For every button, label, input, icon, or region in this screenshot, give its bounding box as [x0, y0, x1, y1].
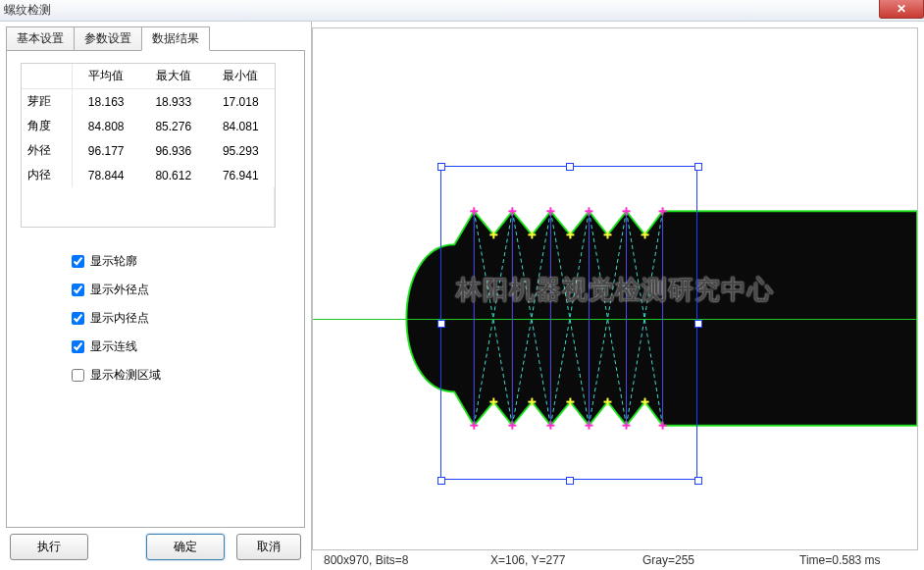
cell-avg: 96.177 — [72, 138, 139, 163]
right-panel: 林阳机器视觉检测研究中心 800x970, Bits=8 X=106, Y=27… — [312, 22, 924, 570]
cell-max: 80.612 — [140, 163, 207, 187]
cell-avg: 84.808 — [72, 114, 139, 138]
check-contour[interactable]: 显示轮廓 — [72, 253, 294, 270]
status-dimensions: 800x970, Bits=8 — [318, 553, 485, 567]
tab-result[interactable]: 数据结果 — [141, 26, 210, 51]
check-outer_pts[interactable]: 显示外径点 — [72, 282, 294, 298]
tab-basic[interactable]: 基本设置 — [6, 26, 75, 51]
window-title: 螺纹检测 — [4, 2, 51, 19]
checkbox-contour[interactable] — [72, 255, 84, 268]
cancel-button[interactable]: 取消 — [236, 534, 301, 560]
roi-handle[interactable] — [694, 163, 702, 171]
roi-handle[interactable] — [437, 163, 445, 171]
table-row: 芽距18.16318.93317.018 — [22, 89, 275, 115]
col-avg: 平均值 — [72, 64, 139, 89]
cell-min: 84.081 — [207, 114, 275, 138]
roi-handle[interactable] — [694, 320, 702, 328]
cell-avg: 18.163 — [72, 89, 139, 115]
cell-name: 内径 — [22, 163, 72, 187]
title-bar: 螺纹检测 ✕ — [0, 0, 924, 22]
display-options: 显示轮廓显示外径点显示内径点显示连线显示检测区域 — [72, 253, 294, 384]
cell-max: 96.936 — [140, 138, 207, 163]
left-panel: 基本设置 参数设置 数据结果 平均值 最大值 最小值 芽距18.16318.93… — [0, 22, 312, 570]
check-label: 显示连线 — [90, 338, 137, 355]
roi-handle[interactable] — [566, 163, 574, 171]
cell-max: 18.933 — [140, 89, 207, 115]
execute-button[interactable]: 执行 — [10, 534, 88, 560]
close-button[interactable]: ✕ — [879, 0, 924, 19]
cell-name: 外径 — [22, 138, 72, 163]
status-xy: X=106, Y=277 — [485, 553, 637, 567]
check-label: 显示轮廓 — [90, 253, 137, 270]
table-row: 角度84.80885.27684.081 — [22, 114, 275, 138]
check-label: 显示内径点 — [90, 310, 149, 327]
status-gray: Gray=255 — [637, 553, 794, 567]
check-roi[interactable]: 显示检测区域 — [72, 367, 294, 384]
checkbox-lines[interactable] — [72, 340, 84, 353]
check-label: 显示外径点 — [90, 282, 149, 298]
status-time: Time=0.583 ms — [794, 553, 918, 567]
cell-name: 角度 — [22, 114, 72, 138]
tab-param[interactable]: 参数设置 — [74, 26, 142, 51]
tab-content-result: 平均值 最大值 最小值 芽距18.16318.93317.018角度84.808… — [6, 50, 305, 528]
ok-button[interactable]: 确定 — [146, 534, 225, 560]
checkbox-roi[interactable] — [72, 369, 84, 382]
table-row: 外径96.17796.93695.293 — [22, 138, 275, 163]
tab-strip: 基本设置 参数设置 数据结果 — [6, 26, 311, 51]
checkbox-inner_pts[interactable] — [72, 312, 84, 325]
checkbox-outer_pts[interactable] — [72, 284, 84, 296]
col-min: 最小值 — [207, 64, 275, 89]
button-row: 执行 确定 取消 — [0, 528, 311, 566]
roi-handle[interactable] — [437, 477, 445, 485]
col-max: 最大值 — [140, 64, 207, 89]
roi-handle[interactable] — [437, 320, 445, 328]
close-icon: ✕ — [897, 2, 906, 16]
cell-max: 85.276 — [140, 114, 207, 138]
table-row: 内径78.84480.61276.941 — [22, 163, 275, 187]
status-bar: 800x970, Bits=8 X=106, Y=277 Gray=255 Ti… — [312, 550, 924, 570]
roi-handle[interactable] — [694, 477, 702, 485]
roi-rectangle[interactable] — [440, 166, 697, 480]
cell-min: 95.293 — [207, 138, 275, 163]
check-label: 显示检测区域 — [90, 367, 161, 384]
cell-min: 76.941 — [207, 163, 275, 187]
check-inner_pts[interactable]: 显示内径点 — [72, 310, 294, 327]
cell-name: 芽距 — [22, 89, 72, 115]
result-table: 平均值 最大值 最小值 芽距18.16318.93317.018角度84.808… — [21, 63, 276, 228]
col-name — [22, 64, 72, 89]
check-lines[interactable]: 显示连线 — [72, 338, 294, 355]
cell-avg: 78.844 — [72, 163, 139, 187]
roi-handle[interactable] — [566, 477, 574, 485]
cell-min: 17.018 — [207, 89, 275, 115]
image-viewport[interactable]: 林阳机器视觉检测研究中心 — [312, 27, 918, 550]
